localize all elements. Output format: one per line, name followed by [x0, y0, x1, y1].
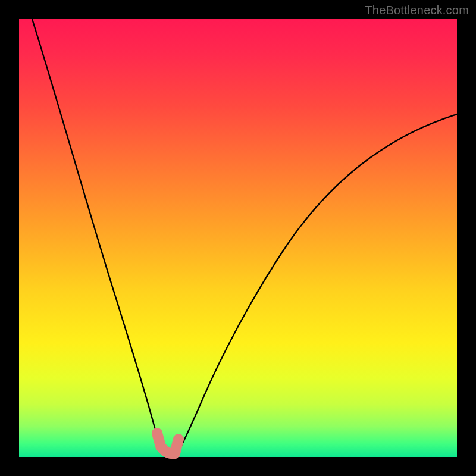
attribution-text: TheBottleneck.com: [365, 4, 469, 17]
outer-frame: TheBottleneck.com: [0, 0, 476, 476]
minimum-flourish-icon: [157, 433, 178, 453]
curve-left-branch: [32, 19, 164, 451]
curve-right-branch: [178, 114, 457, 451]
curves-layer: [19, 19, 457, 457]
gradient-plot-area: [19, 19, 457, 457]
